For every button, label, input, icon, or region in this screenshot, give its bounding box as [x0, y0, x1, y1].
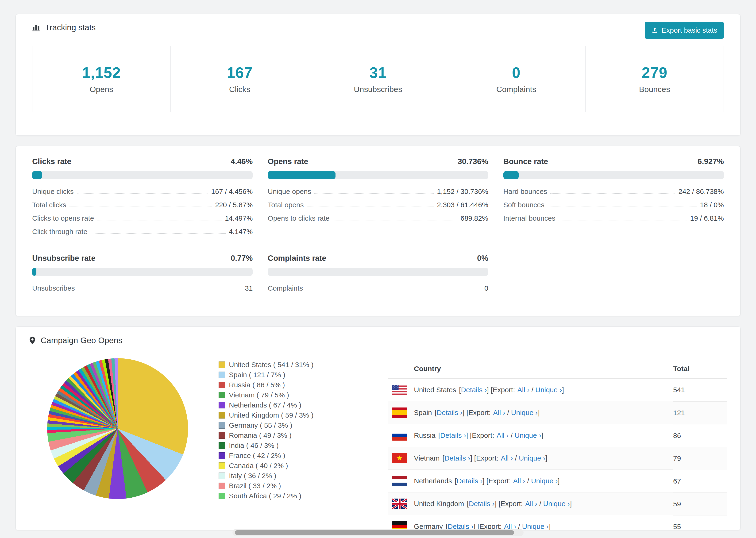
legend-item[interactable]: South Africa ( 29 / 2% ) [219, 491, 374, 501]
rate-row-label: Total clicks [32, 201, 66, 209]
legend-item[interactable]: Brazil ( 33 / 2% ) [219, 481, 374, 491]
horizontal-scrollbar-thumb[interactable] [235, 530, 514, 535]
rate-row-value: 18 / 0% [700, 201, 724, 209]
export-basic-stats-button[interactable]: Export basic stats [645, 22, 724, 39]
separator: / [525, 477, 531, 485]
country-flag-icon [392, 430, 407, 441]
rate-row: Total opens 2,303 / 61.446% [268, 198, 488, 211]
table-row: United States [Details ›] [Export:All › … [388, 379, 727, 402]
legend-item[interactable]: France ( 42 / 2% ) [219, 451, 374, 460]
details-link[interactable]: Details › [457, 477, 482, 485]
export-unique-link[interactable]: Unique › [511, 409, 538, 417]
export-unique-link[interactable]: Unique › [519, 454, 545, 462]
progress-bar [268, 171, 488, 179]
dotted-leader [70, 207, 212, 207]
export-all-link[interactable]: All › [525, 500, 537, 508]
export-label: Export: [488, 477, 511, 485]
bracket: [ [459, 386, 461, 394]
rate-value: 4.46% [231, 157, 253, 166]
legend-item[interactable]: India ( 46 / 3% ) [219, 440, 374, 451]
rate-title: Clicks rate [32, 157, 71, 166]
export-unique-link[interactable]: Unique › [531, 477, 558, 485]
legend-item[interactable]: Spain ( 121 / 7% ) [219, 370, 374, 380]
export-unique-link[interactable]: Unique › [535, 386, 562, 394]
rate-rows: Unsubscribes 31 [32, 282, 253, 295]
details-link[interactable]: Details › [445, 454, 470, 462]
country-name: Spain [414, 409, 432, 417]
stat-label: Opens [90, 85, 113, 94]
legend-item[interactable]: Vietnam ( 79 / 5% ) [219, 390, 374, 400]
geo-table: Country Total United States [Details ›] … [388, 358, 727, 530]
geo-table-wrap: Country Total United States [Details ›] … [388, 358, 727, 530]
separator: / [509, 431, 514, 439]
stat-label: Clicks [229, 85, 250, 94]
progress-bar [268, 268, 488, 276]
legend-item[interactable]: Canada ( 40 / 2% ) [219, 460, 374, 471]
details-link[interactable]: Details › [437, 409, 462, 417]
export-unique-link[interactable]: Unique › [522, 522, 549, 530]
country-flag-icon [392, 385, 407, 395]
legend-swatch [219, 361, 225, 368]
tracking-card-header: Tracking stats Export basic stats [32, 23, 724, 32]
export-label: Export: [468, 409, 491, 417]
country-flag-icon [392, 407, 407, 418]
dotted-leader [91, 233, 225, 234]
legend-item[interactable]: United Kingdom ( 59 / 3% ) [219, 410, 374, 420]
export-all-link[interactable]: All › [517, 386, 530, 394]
geo-pie-chart [47, 358, 188, 499]
bracket: ] [538, 409, 540, 417]
rate-row: Unsubscribes 31 [32, 282, 253, 295]
legend-item[interactable]: Romania ( 49 / 3% ) [219, 430, 374, 440]
dotted-leader [78, 290, 242, 290]
bracket: ] [541, 431, 543, 439]
bracket: ] [545, 454, 547, 462]
details-link[interactable]: Details › [469, 500, 495, 508]
bracket: ] [562, 386, 564, 394]
legend-label: Italy ( 36 / 2% ) [229, 472, 276, 480]
country-total: 541 [673, 379, 727, 402]
export-all-link[interactable]: All › [513, 477, 525, 485]
progress-bar-fill [503, 171, 519, 179]
rate-rows: Unique clicks 167 / 4.456% Total clicks … [32, 185, 253, 238]
rate-row: Hard bounces 242 / 86.738% [503, 185, 724, 198]
export-all-link[interactable]: All › [497, 431, 509, 439]
export-button-label: Export basic stats [662, 26, 717, 34]
country-name: Russia [414, 431, 436, 439]
dotted-leader [307, 207, 434, 207]
country-name: United Kingdom [414, 500, 464, 508]
legend-item[interactable]: United States ( 541 / 31% ) [219, 360, 374, 370]
legend-label: Spain ( 121 / 7% ) [229, 371, 285, 379]
legend-item[interactable]: Netherlands ( 67 / 4% ) [219, 400, 374, 410]
rate-row-label: Soft bounces [503, 201, 544, 209]
stat-label: Bounces [639, 85, 670, 94]
legend-item[interactable]: Germany ( 55 / 3% ) [219, 420, 374, 430]
legend-item[interactable]: Russia ( 86 / 5% ) [219, 380, 374, 390]
dotted-leader [550, 193, 675, 194]
rate-title: Unsubscribe rate [32, 254, 95, 263]
legend-item[interactable]: Italy ( 36 / 2% ) [219, 471, 374, 481]
rate-title: Opens rate [268, 157, 308, 166]
legend-label: Brazil ( 33 / 2% ) [229, 482, 281, 490]
rate-row-value: 31 [245, 284, 253, 292]
details-link[interactable]: Details › [461, 386, 487, 394]
legend-label: Canada ( 40 / 2% ) [229, 462, 288, 470]
export-all-link[interactable]: All › [501, 454, 513, 462]
stat-box: 1,152 Opens [32, 46, 171, 112]
rate-header: Opens rate 30.736% [268, 157, 488, 166]
dotted-leader [333, 220, 457, 220]
rate-header: Clicks rate 4.46% [32, 157, 253, 166]
export-unique-link[interactable]: Unique › [543, 500, 570, 508]
export-all-link[interactable]: All › [493, 409, 505, 417]
table-row: Russia [Details ›] [Export:All › / Uniqu… [388, 424, 727, 447]
geo-title: Campaign Geo Opens [41, 336, 122, 345]
stat-value: 0 [512, 64, 521, 81]
total-column-header: Total [673, 358, 727, 379]
bracket: ] [ [466, 431, 472, 439]
rate-title: Bounce rate [503, 157, 548, 166]
rate-row-value: 0 [484, 284, 488, 292]
stat-value: 1,152 [82, 64, 121, 81]
details-link[interactable]: Details › [440, 431, 466, 439]
export-unique-link[interactable]: Unique › [514, 431, 541, 439]
horizontal-scrollbar-track[interactable] [233, 529, 523, 536]
rate-row-value: 220 / 5.87% [215, 201, 253, 209]
